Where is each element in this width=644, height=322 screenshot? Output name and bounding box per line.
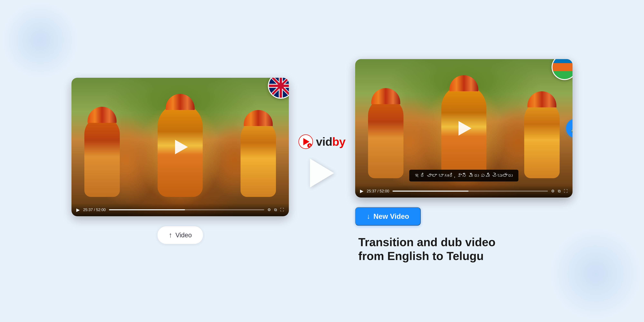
right-pip-icon[interactable]: ⧉: [558, 189, 560, 193]
subtitle-bar: ఇది చాలా బాగుంది, కానీ మీరు ఏమి చెబుతారు: [409, 170, 518, 182]
arrow-section: A vidby: [289, 134, 355, 188]
brand-logo: A vidby: [298, 134, 345, 149]
main-container: ▶ 25:37 / 52:00 ⚙ ⧉ ⛶: [0, 0, 644, 322]
play-triangle-icon: [175, 140, 188, 154]
right-progress-bar[interactable]: [392, 190, 548, 192]
download-icon: ↓: [367, 212, 370, 220]
flag-stripe-blue: [552, 59, 572, 63]
brand-icon: A: [298, 134, 313, 149]
tagline-line1: Transition and dub video: [358, 235, 496, 249]
brand-by: by: [332, 135, 346, 148]
right-ctrl-play-icon[interactable]: ▶: [360, 188, 364, 194]
brand-translate-badge: A: [307, 143, 312, 148]
left-panel: ▶ 25:37 / 52:00 ⚙ ⧉ ⛶: [72, 78, 289, 244]
left-time-display: 25:37 / 52:00: [83, 208, 106, 212]
right-play-button[interactable]: [456, 120, 472, 136]
left-progress-fill: [109, 209, 185, 210]
right-bottom-row: ↓ New Video: [355, 207, 421, 226]
right-figure-left: [368, 98, 404, 178]
tagline: Transition and dub video from English to…: [355, 235, 496, 263]
new-video-button-label: New Video: [374, 212, 409, 220]
direction-arrow: [310, 158, 334, 188]
flag-stripe-orange: [552, 63, 572, 71]
upload-video-button[interactable]: ↑ Video: [157, 226, 204, 244]
new-video-button[interactable]: ↓ New Video: [355, 207, 421, 226]
fullscreen-icon[interactable]: ⛶: [280, 208, 284, 212]
ctrl-play-icon[interactable]: ▶: [76, 207, 80, 212]
pip-icon[interactable]: ⧉: [274, 208, 277, 212]
right-play-triangle-icon: [458, 121, 472, 136]
upload-icon: ↑: [169, 231, 172, 239]
right-settings-icon[interactable]: ⚙: [551, 189, 555, 193]
left-video-player: ▶ 25:37 / 52:00 ⚙ ⧉ ⛶: [72, 78, 289, 216]
right-fullscreen-icon[interactable]: ⛶: [564, 189, 568, 193]
right-progress-fill: [392, 190, 469, 192]
upload-button-label: Video: [176, 232, 192, 239]
right-video-controls: ▶ 25:37 / 52:00 ⚙ ⧉ ⛶: [355, 185, 572, 198]
subtitle-text: ఇది చాలా బాగుంది, కానీ మీరు ఏమి చెబుతారు: [415, 172, 512, 178]
figure-right: [240, 120, 276, 197]
right-panel: ఇది చాలా బాగుంది, కానీ మీరు ఏమి చెబుతారు…: [355, 59, 572, 263]
right-video-player: ఇది చాలా బాగుంది, కానీ మీరు ఏమి చెబుతారు…: [355, 59, 572, 198]
figure-left: [84, 116, 120, 197]
right-figure-right: [524, 101, 560, 178]
tagline-line2: from English to Telugu: [358, 249, 496, 263]
left-video-controls: ▶ 25:37 / 52:00 ⚙ ⧉ ⛶: [72, 203, 289, 216]
right-time-display: 25:37 / 52:00: [367, 189, 389, 193]
left-play-button[interactable]: [172, 139, 188, 155]
brand-vid: vid: [316, 135, 332, 148]
left-progress-bar[interactable]: [109, 209, 264, 210]
settings-icon[interactable]: ⚙: [268, 208, 271, 212]
brand-text: vidby: [316, 135, 345, 148]
uk-flag-svg: [269, 78, 289, 98]
telugu-flag: [552, 59, 572, 79]
sound-icon: 🔊: [570, 123, 572, 133]
